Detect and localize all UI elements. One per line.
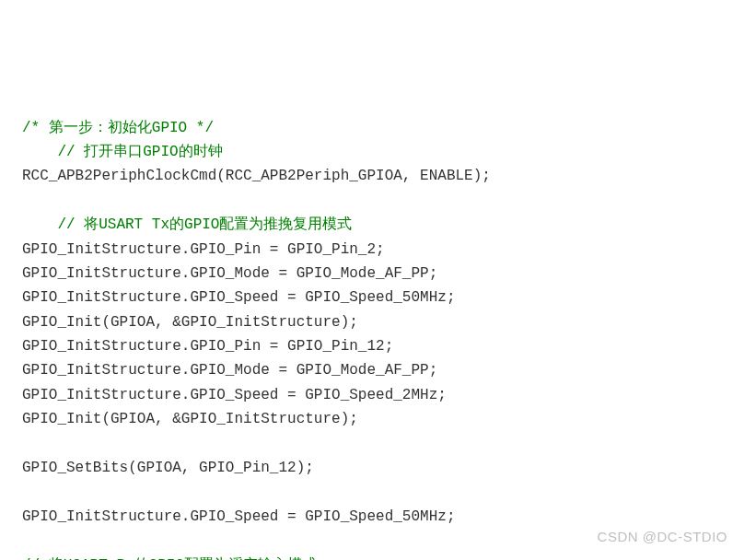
code-line: RCC_APB2PeriphClockCmd(RCC_APB2Periph_GP…	[22, 164, 722, 188]
code-line: GPIO_InitStructure.GPIO_Speed = GPIO_Spe…	[22, 286, 722, 309]
code-line	[22, 480, 722, 504]
code-line: /* 第一步：初始化GPIO */	[22, 116, 722, 140]
code-block: /* 第一步：初始化GPIO */ // 打开串口GPIO的时钟RCC_APB2…	[22, 116, 722, 560]
code-line: GPIO_SetBits(GPIOA, GPIO_Pin_12);	[22, 456, 722, 480]
code-line: GPIO_InitStructure.GPIO_Pin = GPIO_Pin_2…	[22, 238, 722, 262]
code-line: // 打开串口GPIO的时钟	[22, 140, 722, 164]
code-line: GPIO_Init(GPIOA, &GPIO_InitStructure);	[22, 407, 722, 431]
code-line: GPIO_InitStructure.GPIO_Speed = GPIO_Spe…	[22, 383, 722, 407]
code-line	[22, 432, 722, 456]
code-line: GPIO_Init(GPIOA, &GPIO_InitStructure);	[22, 310, 722, 334]
code-line: // 将USART Rx的GPIO配置为浮空输入模式	[22, 554, 722, 560]
code-line: // 将USART Tx的GPIO配置为推挽复用模式	[22, 213, 722, 237]
code-line: GPIO_InitStructure.GPIO_Mode = GPIO_Mode…	[22, 358, 722, 382]
code-line	[22, 189, 722, 213]
code-line: GPIO_InitStructure.GPIO_Speed = GPIO_Spe…	[22, 505, 722, 529]
code-line: GPIO_InitStructure.GPIO_Pin = GPIO_Pin_1…	[22, 334, 722, 358]
code-line: GPIO_InitStructure.GPIO_Mode = GPIO_Mode…	[22, 262, 722, 286]
code-line	[22, 529, 722, 553]
